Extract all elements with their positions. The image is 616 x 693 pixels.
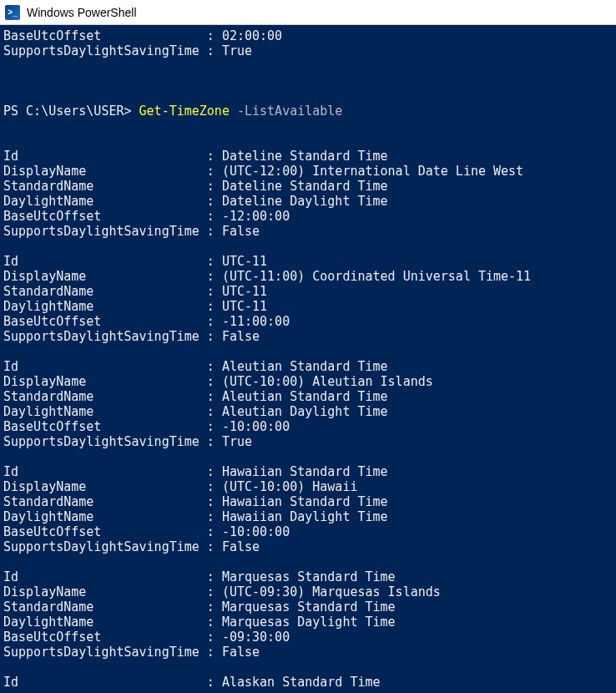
output-line: DisplayName : (UTC-10:00) Aleutian Islan… (3, 374, 613, 389)
output-line: DaylightName : Dateline Daylight Time (3, 194, 613, 209)
output-line: BaseUtcOffset : -10:00:00 (3, 419, 613, 434)
output-line: Id : Marquesas Standard Time (3, 569, 613, 584)
output-line: DaylightName : Aleutian Daylight Time (3, 404, 613, 419)
output-line: BaseUtcOffset : -12:00:00 (3, 209, 613, 224)
output-line: SupportsDaylightSavingTime : True (3, 434, 613, 449)
prompt-line: PS C:\Users\USER> Get-TimeZone -ListAvai… (3, 104, 613, 119)
output-line: Id : Aleutian Standard Time (3, 359, 613, 374)
output-line: SupportsDaylightSavingTime : False (3, 329, 613, 344)
titlebar[interactable]: >_ Windows PowerShell (0, 0, 616, 25)
output-line: Id : UTC-11 (3, 254, 613, 269)
output-line: DaylightName : Marquesas Daylight Time (3, 615, 613, 630)
output-line: DaylightName : Hawaiian Daylight Time (3, 509, 613, 524)
output-line: StandardName : Marquesas Standard Time (3, 599, 613, 615)
output-line: DisplayName : (UTC-09:30) Marquesas Isla… (3, 584, 613, 599)
output-blank (3, 449, 613, 464)
output-line: SupportsDaylightSavingTime : False (3, 224, 613, 239)
prompt-param: -ListAvailable (230, 104, 342, 119)
prompt-command: Get-TimeZone (139, 104, 230, 119)
output-blank (3, 344, 613, 359)
output-line: SupportsDaylightSavingTime : True (3, 43, 613, 58)
output-line: DisplayName : (UTC-12:00) International … (3, 164, 613, 179)
output-blank (3, 89, 613, 104)
output-blank (3, 73, 613, 89)
output-line: SupportsDaylightSavingTime : False (3, 645, 613, 660)
output-blank (3, 134, 613, 149)
output-blank (3, 58, 613, 73)
output-line: Id : Hawaiian Standard Time (3, 464, 613, 479)
output-line: StandardName : Dateline Standard Time (3, 179, 613, 194)
output-line: StandardName : UTC-11 (3, 284, 613, 299)
output-line: SupportsDaylightSavingTime : False (3, 539, 613, 554)
output-line: DisplayName : (UTC-10:00) Hawaii (3, 479, 613, 494)
output-line: DaylightName : UTC-11 (3, 299, 613, 314)
output-line: BaseUtcOffset : 02:00:00 (3, 28, 613, 43)
output-line: Id : Alaskan Standard Time (3, 675, 613, 690)
output-blank (3, 119, 613, 134)
output-line: BaseUtcOffset : -11:00:00 (3, 314, 613, 329)
output-line: StandardName : Aleutian Standard Time (3, 389, 613, 404)
terminal-output[interactable]: BaseUtcOffset : 02:00:00SupportsDaylight… (0, 25, 616, 693)
window-title: Windows PowerShell (27, 6, 137, 19)
output-line: DisplayName : (UTC-11:00) Coordinated Un… (3, 269, 613, 284)
output-line: Id : Dateline Standard Time (3, 149, 613, 164)
output-blank (3, 660, 613, 675)
output-line: BaseUtcOffset : -09:30:00 (3, 630, 613, 645)
output-blank (3, 239, 613, 254)
output-line: BaseUtcOffset : -10:00:00 (3, 524, 613, 539)
powershell-icon: >_ (5, 5, 20, 20)
output-line: StandardName : Hawaiian Standard Time (3, 494, 613, 509)
output-blank (3, 554, 613, 569)
prompt-prefix: PS C:\Users\USER> (3, 104, 139, 119)
